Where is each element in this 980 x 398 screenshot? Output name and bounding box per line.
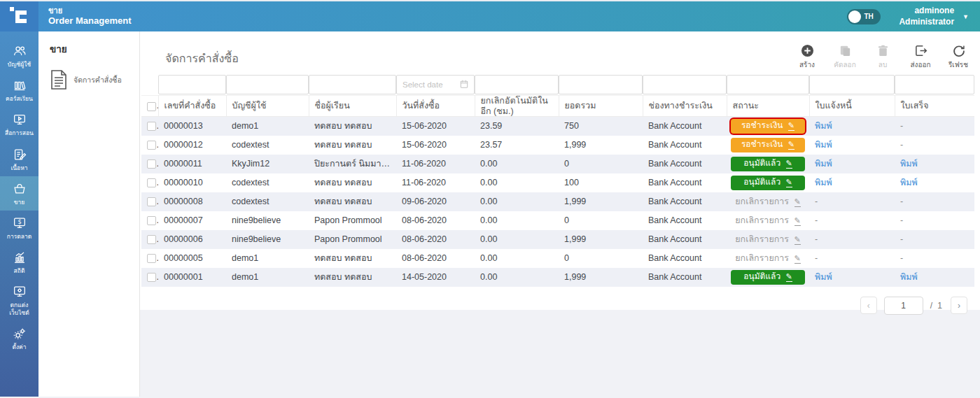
- col-header-student[interactable]: ชื่อผู้เรียน: [309, 96, 396, 117]
- status-badge[interactable]: รอชำระเงิน ✎: [731, 119, 805, 134]
- toolbar: สร้าง คัดลอก ลบ: [795, 44, 970, 70]
- table-row: 00000011KkyJim12ปิยะกานตร์ นิมมากุลวิ...…: [141, 155, 974, 173]
- cell-payment: Bank Account: [643, 192, 727, 211]
- sidebar-item-settings[interactable]: ตั้งค่า: [0, 321, 38, 355]
- status-text[interactable]: ยกเลิกรายการ ✎: [735, 197, 800, 206]
- prev-page-button[interactable]: ‹: [860, 297, 877, 314]
- col-header-auto-cancel[interactable]: ยกเลิกอัตโนมัติในอีก (ชม.): [475, 96, 559, 117]
- invoice-print-link[interactable]: พิมพ์: [815, 272, 832, 282]
- cell-account: nine9believe: [226, 230, 309, 249]
- invoice-print-link[interactable]: พิมพ์: [815, 121, 832, 131]
- cell-student: ทดสอบ ทดสอบ: [309, 136, 396, 155]
- user-role: Administrator: [899, 17, 954, 28]
- sidebar-item-content[interactable]: เนื้อหา: [0, 142, 38, 176]
- invoice-print-link[interactable]: พิมพ์: [815, 178, 832, 187]
- cell-student: ทดสอบ ทดสอบ: [309, 117, 396, 136]
- filter-input-payment[interactable]: [643, 75, 727, 94]
- col-header-status[interactable]: สถานะ: [727, 96, 809, 117]
- copy-button[interactable]: คัดลอก: [833, 44, 857, 70]
- delete-button[interactable]: ลบ: [871, 44, 895, 70]
- filter-date-picker[interactable]: Select date: [396, 75, 475, 94]
- next-page-button[interactable]: ›: [951, 297, 967, 314]
- sidebar-item-accounts[interactable]: บัญชีผู้ใช้: [0, 38, 38, 73]
- status-badge[interactable]: อนุมัติแล้ว ✎: [731, 157, 805, 171]
- row-checkbox[interactable]: [147, 235, 156, 244]
- receipt-empty: -: [900, 234, 903, 244]
- row-checkbox[interactable]: [147, 159, 156, 169]
- receipt-empty: -: [900, 253, 903, 263]
- cell-order-no: 00000011: [158, 155, 226, 173]
- edit-status-icon: ✎: [786, 273, 792, 282]
- cell-total: 1,999: [559, 268, 643, 287]
- edit-status-icon: ✎: [794, 236, 801, 245]
- col-header-order-no[interactable]: เลขที่คำสั่งซื้อ: [158, 96, 226, 117]
- status-badge[interactable]: รอชำระเงิน ✎: [731, 138, 805, 152]
- row-checkbox[interactable]: [147, 273, 156, 282]
- cell-total: 750: [559, 117, 643, 136]
- user-name: adminone: [899, 6, 954, 17]
- table-row: 00000007nine9believePapon Prommool08-06-…: [141, 211, 974, 230]
- col-header-payment[interactable]: ช่องทางชำระเงิน: [643, 96, 727, 117]
- svg-text:$: $: [18, 218, 21, 225]
- select-all-checkbox[interactable]: [147, 102, 156, 111]
- sidebar-item-statistics[interactable]: สถิติ: [0, 245, 38, 279]
- cell-account: demo1: [226, 117, 309, 136]
- cell-total: 0: [559, 155, 643, 173]
- col-header-invoice[interactable]: ใบแจ้งหนี้: [809, 96, 895, 117]
- filter-input-total[interactable]: [559, 75, 643, 94]
- filter-input-order-no[interactable]: [158, 75, 226, 94]
- col-header-date[interactable]: วันที่สั่งซื้อ: [396, 96, 475, 117]
- cell-total: 0: [559, 211, 643, 230]
- sidebar-item-courses[interactable]: คอร์สเรียน: [0, 73, 38, 107]
- receipt-print-link[interactable]: พิมพ์: [900, 178, 918, 187]
- toggle-knob-icon: [848, 10, 861, 23]
- status-badge[interactable]: อนุมัติแล้ว ✎: [731, 270, 805, 285]
- table-row: 00000006nine9believePapon Prommool08-06-…: [141, 230, 974, 249]
- status-badge[interactable]: อนุมัติแล้ว ✎: [731, 176, 805, 190]
- row-checkbox[interactable]: [147, 216, 156, 225]
- row-checkbox[interactable]: [147, 122, 156, 131]
- filter-input-receipt[interactable]: [895, 75, 974, 94]
- sidebar-item-marketing[interactable]: $ การตลาด: [0, 211, 38, 245]
- filter-input-student[interactable]: [309, 75, 396, 94]
- filter-input-invoice[interactable]: [809, 75, 895, 94]
- status-text[interactable]: ยกเลิกรายการ ✎: [735, 253, 800, 263]
- row-checkbox[interactable]: [147, 178, 156, 187]
- cell-account: codextest: [226, 136, 309, 155]
- invoice-print-link[interactable]: พิมพ์: [815, 159, 832, 169]
- plus-circle-icon: [801, 44, 814, 57]
- table-row: 00000008codextestทดสอบ ทดสอบ09-06-20200.…: [141, 192, 974, 211]
- receipt-print-link[interactable]: พิมพ์: [900, 159, 918, 169]
- edit-status-icon: ✎: [786, 178, 792, 187]
- app-logo[interactable]: [0, 1, 38, 31]
- refresh-button[interactable]: รีเฟรช: [946, 44, 970, 70]
- cell-student: ทดสอบ ทดสอบ: [309, 192, 396, 211]
- export-button[interactable]: ส่งออก: [909, 44, 932, 70]
- status-text[interactable]: ยกเลิกรายการ ✎: [735, 215, 800, 225]
- col-header-account[interactable]: บัญชีผู้ใช้: [226, 96, 309, 117]
- filter-input-account[interactable]: [226, 75, 309, 94]
- pagination: ‹ 1 / 1 ›: [140, 287, 980, 315]
- sidebar-item-teaching-media[interactable]: สื่อการสอน: [0, 107, 38, 141]
- filter-input-auto-cancel[interactable]: [475, 75, 559, 94]
- create-button[interactable]: สร้าง: [795, 44, 819, 70]
- page-number-input[interactable]: 1: [884, 297, 923, 315]
- sidebar-item-sales[interactable]: ขาย: [0, 176, 38, 211]
- filter-input-status[interactable]: [727, 75, 809, 94]
- receipt-print-link[interactable]: พิมพ์: [900, 272, 918, 282]
- invoice-print-link[interactable]: พิมพ์: [815, 140, 832, 150]
- cell-total: 100: [559, 173, 643, 192]
- cell-student: Papon Prommool: [309, 211, 396, 230]
- language-toggle[interactable]: TH: [847, 9, 881, 24]
- col-header-receipt[interactable]: ใบเสร็จ: [895, 96, 974, 117]
- sub-sidebar-item-order-management[interactable]: จัดการคำสั่งซื้อ: [50, 69, 139, 90]
- row-checkbox[interactable]: [147, 197, 156, 206]
- row-checkbox[interactable]: [147, 254, 156, 263]
- row-checkbox[interactable]: [147, 141, 156, 150]
- cell-student: Papon Prommool: [309, 230, 396, 249]
- status-text[interactable]: ยกเลิกรายการ ✎: [735, 234, 800, 244]
- sidebar-item-website-design[interactable]: ตกแต่งเว็บไซต์: [0, 279, 38, 320]
- user-menu[interactable]: adminone Administrator ▼: [899, 6, 969, 27]
- col-header-total[interactable]: ยอดรวม: [559, 96, 643, 117]
- cell-date: 15-06-2020: [396, 136, 475, 155]
